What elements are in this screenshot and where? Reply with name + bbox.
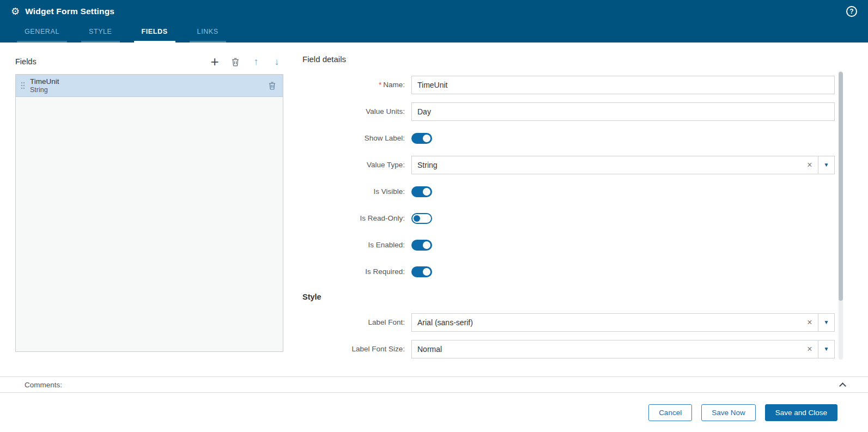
page-title: Widget Form Settings [25,7,114,16]
vertical-scrollbar[interactable] [839,71,843,360]
add-field-icon[interactable]: + [208,55,221,68]
name-label: Name: [383,81,405,89]
label-font-value: Arial (sans-serif) [412,318,802,327]
comments-label: Comments: [25,381,62,389]
move-up-icon[interactable]: ↑ [250,55,263,68]
is-required-toggle[interactable] [411,266,432,277]
is-enabled-toggle[interactable] [411,240,432,251]
chevron-down-icon[interactable]: ▼ [818,340,834,358]
list-item[interactable]: TimeUnit String [16,75,283,97]
clear-icon[interactable]: × [802,160,818,170]
delete-field-icon[interactable] [229,55,242,68]
scrollbar-thumb[interactable] [839,72,843,301]
row-label-font: Label Font: Arial (sans-serif) × ▼ [302,309,835,336]
details-title: Field details [302,54,835,65]
move-down-icon[interactable]: ↓ [270,55,283,68]
gear-icon: ⚙ [11,7,20,16]
footer-actions: Cancel Save Now Save and Close [0,393,868,421]
tab-fields[interactable]: FIELDS [134,22,175,42]
field-item-name: TimeUnit [30,77,268,86]
row-value-units: Value Units: [302,98,835,125]
name-input[interactable] [411,76,835,94]
is-read-only-toggle[interactable] [411,213,432,224]
fields-panel-title: Fields [15,57,37,66]
label-font-combobox[interactable]: Arial (sans-serif) × ▼ [411,313,835,332]
show-label-label: Show Label: [302,134,411,142]
item-delete-icon[interactable] [268,81,276,90]
clear-icon[interactable]: × [802,318,818,327]
trash-icon [231,57,240,66]
style-section-heading: Style [302,285,835,309]
row-name: *Name: [302,71,835,98]
fields-panel: Fields + ↑ ↓ [15,54,283,352]
value-units-label: Value Units: [302,107,411,115]
trash-icon [268,81,276,90]
label-font-size-value: Normal [412,345,802,354]
row-is-required: Is Required: [302,258,835,285]
label-font-size-label: Label Font Size: [302,345,411,353]
field-details-panel: Field details *Name: Value Units: Show L… [302,54,835,360]
is-enabled-label: Is Enabled: [302,241,411,249]
clear-icon[interactable]: × [802,344,818,354]
drag-handle-icon[interactable] [19,81,27,90]
field-item-type: String [30,86,268,94]
fields-toolbar: + ↑ ↓ [208,55,283,68]
chevron-down-icon[interactable]: ▼ [818,314,834,331]
save-and-close-button[interactable]: Save and Close [765,404,837,421]
save-now-button[interactable]: Save Now [701,404,756,421]
row-show-label: Show Label: [302,125,835,151]
label-font-size-combobox[interactable]: Normal × ▼ [411,340,835,358]
help-glyph: ? [849,8,853,15]
tab-style[interactable]: STYLE [81,22,120,42]
label-font-label: Label Font: [302,318,411,326]
row-is-visible: Is Visible: [302,178,835,205]
required-marker: * [379,81,381,89]
value-type-combobox[interactable]: String × ▼ [411,156,835,174]
value-units-input[interactable] [411,102,835,121]
comments-section[interactable]: Comments: [0,376,868,393]
cancel-button[interactable]: Cancel [648,404,692,421]
value-type-label: Value Type: [302,161,411,169]
help-icon[interactable]: ? [846,6,857,17]
is-required-label: Is Required: [302,267,411,276]
chevron-up-icon[interactable] [839,382,846,390]
is-visible-toggle[interactable] [411,186,432,197]
tab-bar: GENERAL STYLE FIELDS LINKS [0,22,868,42]
is-visible-label: Is Visible: [302,187,411,196]
row-label-font-size: Label Font Size: Normal × ▼ [302,336,835,360]
tab-links[interactable]: LINKS [190,22,226,42]
show-label-toggle[interactable] [411,133,432,144]
row-is-read-only: Is Read-Only: [302,205,835,232]
value-type-value: String [412,161,802,169]
row-value-type: Value Type: String × ▼ [302,151,835,178]
row-is-enabled: Is Enabled: [302,232,835,258]
dialog-header: ⚙ Widget Form Settings ? GENERAL STYLE F… [0,0,868,42]
fields-list: TimeUnit String [15,74,283,352]
bottom-bar: Comments: Cancel Save Now Save and Close [0,376,868,432]
is-read-only-label: Is Read-Only: [302,214,411,222]
tab-general[interactable]: GENERAL [17,22,67,42]
chevron-down-icon[interactable]: ▼ [818,156,834,174]
